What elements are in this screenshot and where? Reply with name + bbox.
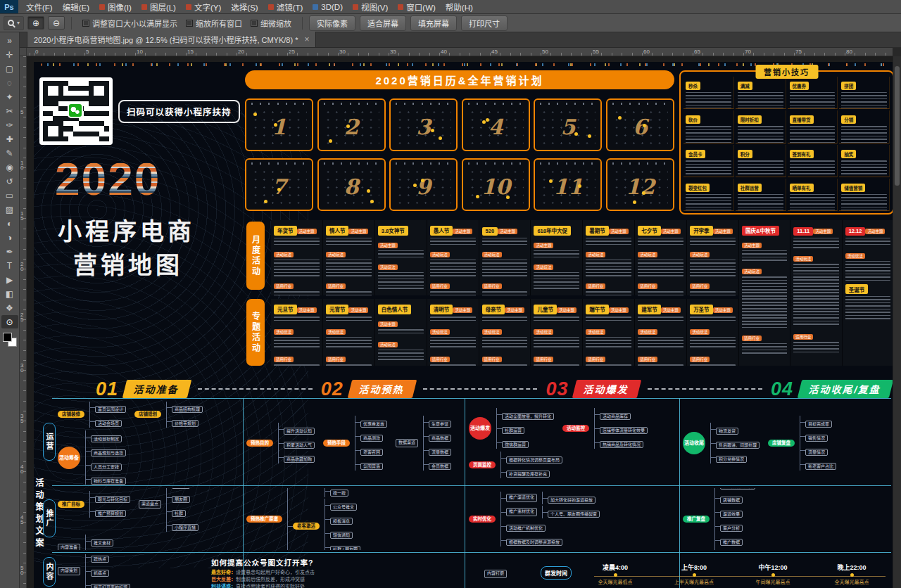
menu-item[interactable]: 窗口(W) <box>393 0 441 13</box>
calendar-month-number: 3 <box>391 104 456 150</box>
collapse-panel[interactable]: » <box>1 34 18 47</box>
calendar-month-number: 2 <box>319 104 384 150</box>
map-node: 物料与库存准备 <box>91 478 126 485</box>
foreground-color[interactable] <box>3 333 12 342</box>
qr-module <box>43 111 48 116</box>
ruler-top-number: 75 <box>795 49 802 55</box>
tab-close-button[interactable]: × <box>304 34 309 44</box>
content-polish-node: 内容打磨 <box>484 570 507 578</box>
map-branch-item: 海报素材 <box>91 549 113 550</box>
map-node: 加大转化好的渠道投放 <box>548 497 596 504</box>
qr-module <box>89 136 94 141</box>
calendar-month-number: 8 <box>319 164 384 210</box>
gradient-tool[interactable]: ▨ <box>1 203 18 216</box>
eyedropper-tool[interactable]: ✑ <box>1 118 18 132</box>
map-branch-item: 物流发货 <box>716 423 760 435</box>
clone-stamp-tool[interactable]: ◉ <box>1 160 18 174</box>
menu-item[interactable]: 3D(D) <box>308 0 348 13</box>
map-branch: 生意参谋商品数据流量数据会员数据 <box>423 416 451 471</box>
menu-item[interactable]: 滤镜(T) <box>263 0 308 13</box>
tip-text-lines <box>790 126 836 143</box>
move-tool[interactable]: ✛ <box>1 48 18 61</box>
type-tool[interactable]: T <box>1 259 18 272</box>
qr-module <box>104 86 109 91</box>
calendar-highlight-dot <box>476 195 479 198</box>
tip-text-lines <box>686 92 731 109</box>
options-button[interactable]: 实际像素 <box>309 15 355 31</box>
map-branch-item: 蹭热点 <box>91 554 130 563</box>
options-button[interactable]: 填充屏幕 <box>410 15 457 31</box>
path-select-tool[interactable]: ▶ <box>1 273 18 286</box>
color-swatches[interactable] <box>2 332 18 347</box>
marquee-tool[interactable]: ▢ <box>1 62 18 75</box>
brush-tool[interactable]: ✎ <box>1 146 18 160</box>
horizontal-ruler[interactable]: 05101520253035404550556065707580 <box>27 48 893 56</box>
menu-item[interactable]: 图像(I) <box>94 0 137 13</box>
menu-item[interactable]: 视图(V) <box>348 0 393 13</box>
tip-title: 社群运营 <box>738 184 762 192</box>
calendar-days-grid <box>540 108 596 146</box>
event-text-lines <box>430 260 476 276</box>
healing-brush-tool[interactable]: ✚ <box>1 132 18 146</box>
map-branch-item: 推文素材 <box>91 535 113 547</box>
scrollbar-thumb[interactable] <box>895 66 900 186</box>
tool-preset-picker[interactable]: ▾ <box>4 16 24 30</box>
content-line-lead: 利益诱惑： <box>211 584 236 588</box>
tip-cell: 储值营销 <box>839 179 890 211</box>
zoom-option-checkbox[interactable]: 缩放所有窗口 <box>186 18 242 29</box>
lasso-tool[interactable]: ◌ <box>1 76 18 89</box>
options-button[interactable]: 适合屏幕 <box>360 15 406 31</box>
menu-item[interactable]: 文件(F) <box>21 0 58 13</box>
event-text-lines <box>793 238 838 249</box>
event-title: 11.11 <box>793 227 813 236</box>
ruler-top-number: 50 <box>542 49 548 55</box>
calendar-highlight-dot <box>618 116 622 120</box>
ruler-top-number: 10 <box>137 49 143 55</box>
menu-item[interactable]: 文字(Y) <box>181 0 226 13</box>
blur-tool[interactable]: ◐ <box>1 217 18 230</box>
map-tree: 活动监控活动商品库存店铺整体流量转化效果热销商品及转化情况 <box>562 408 648 449</box>
event-tag: 活动主题 <box>297 229 317 234</box>
document-canvas[interactable]: 扫码可以获得小程序扶持 2020 小程序电商 营销地图 2020营销日历&全年营… <box>27 56 893 588</box>
map-node: 售后跟进、问题处理 <box>716 442 760 449</box>
menu-item[interactable]: 图层(L) <box>137 0 181 13</box>
tip-cell: 晒单有礼 <box>788 179 838 211</box>
timeline-label: 午间曝光最高点 <box>733 578 812 585</box>
map-node: 活动推广机制优化 <box>506 525 546 532</box>
menu-item[interactable]: 选择(S) <box>226 0 263 13</box>
map-tree: 活动爆发活动全面放量，提升转化社群运营微信群运营 <box>469 408 554 449</box>
hand-tool[interactable]: ❖ <box>1 301 18 314</box>
shape-tool[interactable]: ◧ <box>1 287 18 300</box>
eraser-tool[interactable]: ▭ <box>1 188 18 202</box>
vertical-ruler[interactable]: 51 01 52 02 53 03 54 04 55 0 <box>20 56 27 588</box>
event-text-lines <box>742 276 787 328</box>
map-node: 朋友圈 <box>172 496 190 503</box>
menu-item[interactable]: 帮助(H) <box>441 0 478 13</box>
map-branch-item: 目标完成率 <box>805 416 836 428</box>
vertical-scrollbar[interactable] <box>893 56 901 588</box>
options-button[interactable]: 打印尺寸 <box>461 15 508 31</box>
crop-tool[interactable]: ✂ <box>1 104 18 117</box>
qr-module <box>58 121 63 126</box>
dodge-tool[interactable]: ◑ <box>1 231 18 244</box>
zoom-in-button[interactable]: ⊕ <box>27 16 44 30</box>
poster-image[interactable]: 扫码可以获得小程序扶持 2020 小程序电商 营销地图 2020营销日历&全年营… <box>34 62 893 588</box>
zoom-option-checkbox[interactable]: 调整窗口大小以满屏显示 <box>82 18 177 29</box>
zoom-out-button[interactable]: ⊖ <box>48 16 65 30</box>
document-tab[interactable]: 2020小程序电商营销地图.jpg @ 12.5% (扫码可以获得小程序扶持, … <box>27 32 316 47</box>
event-tag: 活动主题 <box>865 229 885 234</box>
quick-select-tool[interactable]: ✦ <box>1 90 18 103</box>
phase-number: 04 <box>771 378 793 400</box>
calendar-weekday-row <box>540 103 596 105</box>
map-cell-pr2: 预热推广渠道新客获取朋友圈广告附近的小程序搜一搜老客激活公众号推文模板消息短信通… <box>246 488 462 550</box>
map-node: 客户分析 <box>720 525 743 532</box>
history-brush-tool[interactable]: ↺ <box>1 174 18 188</box>
tip-text-lines <box>686 194 731 211</box>
zoom-option-checkbox[interactable]: 细微缩放 <box>251 18 291 29</box>
pen-tool[interactable]: ✒ <box>1 245 18 258</box>
event-text-lines <box>378 272 424 289</box>
zoom-tool[interactable]: ⊙ <box>1 315 18 328</box>
map-node: 预热推广渠道 <box>246 516 282 523</box>
calendar-days-grid <box>251 168 307 206</box>
menu-item[interactable]: 编辑(E) <box>58 0 94 13</box>
